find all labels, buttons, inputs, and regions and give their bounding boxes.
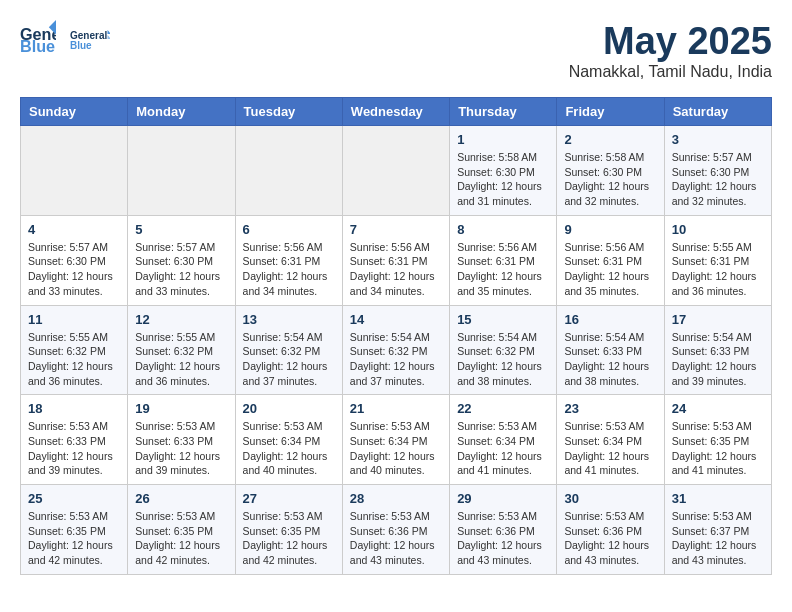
day-number: 28: [350, 491, 442, 506]
calendar-cell: 2Sunrise: 5:58 AM Sunset: 6:30 PM Daylig…: [557, 126, 664, 216]
day-number: 11: [28, 312, 120, 327]
day-info: Sunrise: 5:53 AM Sunset: 6:36 PM Dayligh…: [350, 509, 442, 568]
day-info: Sunrise: 5:53 AM Sunset: 6:35 PM Dayligh…: [672, 419, 764, 478]
calendar-cell: 26Sunrise: 5:53 AM Sunset: 6:35 PM Dayli…: [128, 485, 235, 575]
day-info: Sunrise: 5:54 AM Sunset: 6:32 PM Dayligh…: [243, 330, 335, 389]
day-number: 22: [457, 401, 549, 416]
day-info: Sunrise: 5:53 AM Sunset: 6:34 PM Dayligh…: [457, 419, 549, 478]
day-number: 18: [28, 401, 120, 416]
calendar-cell: 7Sunrise: 5:56 AM Sunset: 6:31 PM Daylig…: [342, 215, 449, 305]
svg-marker-6: [108, 35, 111, 39]
day-info: Sunrise: 5:54 AM Sunset: 6:33 PM Dayligh…: [564, 330, 656, 389]
calendar-cell: 23Sunrise: 5:53 AM Sunset: 6:34 PM Dayli…: [557, 395, 664, 485]
calendar-cell: 21Sunrise: 5:53 AM Sunset: 6:34 PM Dayli…: [342, 395, 449, 485]
week-row-2: 4Sunrise: 5:57 AM Sunset: 6:30 PM Daylig…: [21, 215, 772, 305]
week-row-4: 18Sunrise: 5:53 AM Sunset: 6:33 PM Dayli…: [21, 395, 772, 485]
day-info: Sunrise: 5:53 AM Sunset: 6:35 PM Dayligh…: [243, 509, 335, 568]
calendar-cell: 25Sunrise: 5:53 AM Sunset: 6:35 PM Dayli…: [21, 485, 128, 575]
header-friday: Friday: [557, 98, 664, 126]
header-tuesday: Tuesday: [235, 98, 342, 126]
day-number: 23: [564, 401, 656, 416]
day-number: 13: [243, 312, 335, 327]
calendar-cell: 14Sunrise: 5:54 AM Sunset: 6:32 PM Dayli…: [342, 305, 449, 395]
logo-svg: General Blue: [70, 20, 110, 60]
day-info: Sunrise: 5:55 AM Sunset: 6:31 PM Dayligh…: [672, 240, 764, 299]
day-info: Sunrise: 5:53 AM Sunset: 6:33 PM Dayligh…: [135, 419, 227, 478]
day-info: Sunrise: 5:54 AM Sunset: 6:33 PM Dayligh…: [672, 330, 764, 389]
calendar-table: SundayMondayTuesdayWednesdayThursdayFrid…: [20, 97, 772, 575]
calendar-cell: 27Sunrise: 5:53 AM Sunset: 6:35 PM Dayli…: [235, 485, 342, 575]
header-row: SundayMondayTuesdayWednesdayThursdayFrid…: [21, 98, 772, 126]
day-number: 10: [672, 222, 764, 237]
day-number: 3: [672, 132, 764, 147]
page-header: General Blue General Blue May 2025 Namak…: [20, 20, 772, 81]
calendar-cell: 8Sunrise: 5:56 AM Sunset: 6:31 PM Daylig…: [450, 215, 557, 305]
day-info: Sunrise: 5:54 AM Sunset: 6:32 PM Dayligh…: [350, 330, 442, 389]
header-thursday: Thursday: [450, 98, 557, 126]
day-number: 15: [457, 312, 549, 327]
title-block: May 2025 Namakkal, Tamil Nadu, India: [569, 20, 772, 81]
day-info: Sunrise: 5:56 AM Sunset: 6:31 PM Dayligh…: [457, 240, 549, 299]
day-number: 26: [135, 491, 227, 506]
calendar-title: May 2025: [569, 20, 772, 63]
calendar-cell: 5Sunrise: 5:57 AM Sunset: 6:30 PM Daylig…: [128, 215, 235, 305]
calendar-cell: 28Sunrise: 5:53 AM Sunset: 6:36 PM Dayli…: [342, 485, 449, 575]
day-number: 27: [243, 491, 335, 506]
calendar-cell: 12Sunrise: 5:55 AM Sunset: 6:32 PM Dayli…: [128, 305, 235, 395]
day-number: 31: [672, 491, 764, 506]
day-info: Sunrise: 5:53 AM Sunset: 6:36 PM Dayligh…: [564, 509, 656, 568]
day-number: 5: [135, 222, 227, 237]
day-number: 4: [28, 222, 120, 237]
calendar-cell: [128, 126, 235, 216]
calendar-cell: 18Sunrise: 5:53 AM Sunset: 6:33 PM Dayli…: [21, 395, 128, 485]
day-number: 14: [350, 312, 442, 327]
calendar-cell: 20Sunrise: 5:53 AM Sunset: 6:34 PM Dayli…: [235, 395, 342, 485]
day-info: Sunrise: 5:58 AM Sunset: 6:30 PM Dayligh…: [457, 150, 549, 209]
header-monday: Monday: [128, 98, 235, 126]
calendar-subtitle: Namakkal, Tamil Nadu, India: [569, 63, 772, 81]
day-number: 21: [350, 401, 442, 416]
day-number: 17: [672, 312, 764, 327]
calendar-cell: 9Sunrise: 5:56 AM Sunset: 6:31 PM Daylig…: [557, 215, 664, 305]
header-wednesday: Wednesday: [342, 98, 449, 126]
calendar-cell: 19Sunrise: 5:53 AM Sunset: 6:33 PM Dayli…: [128, 395, 235, 485]
day-info: Sunrise: 5:53 AM Sunset: 6:34 PM Dayligh…: [243, 419, 335, 478]
calendar-cell: 17Sunrise: 5:54 AM Sunset: 6:33 PM Dayli…: [664, 305, 771, 395]
calendar-cell: 3Sunrise: 5:57 AM Sunset: 6:30 PM Daylig…: [664, 126, 771, 216]
day-number: 12: [135, 312, 227, 327]
day-number: 29: [457, 491, 549, 506]
day-info: Sunrise: 5:53 AM Sunset: 6:34 PM Dayligh…: [564, 419, 656, 478]
calendar-cell: 11Sunrise: 5:55 AM Sunset: 6:32 PM Dayli…: [21, 305, 128, 395]
day-info: Sunrise: 5:55 AM Sunset: 6:32 PM Dayligh…: [28, 330, 120, 389]
calendar-cell: 4Sunrise: 5:57 AM Sunset: 6:30 PM Daylig…: [21, 215, 128, 305]
day-info: Sunrise: 5:53 AM Sunset: 6:36 PM Dayligh…: [457, 509, 549, 568]
day-number: 7: [350, 222, 442, 237]
calendar-cell: [235, 126, 342, 216]
day-info: Sunrise: 5:53 AM Sunset: 6:34 PM Dayligh…: [350, 419, 442, 478]
calendar-cell: 16Sunrise: 5:54 AM Sunset: 6:33 PM Dayli…: [557, 305, 664, 395]
day-number: 25: [28, 491, 120, 506]
day-info: Sunrise: 5:56 AM Sunset: 6:31 PM Dayligh…: [243, 240, 335, 299]
week-row-3: 11Sunrise: 5:55 AM Sunset: 6:32 PM Dayli…: [21, 305, 772, 395]
day-number: 20: [243, 401, 335, 416]
day-number: 30: [564, 491, 656, 506]
day-info: Sunrise: 5:57 AM Sunset: 6:30 PM Dayligh…: [28, 240, 120, 299]
calendar-cell: 10Sunrise: 5:55 AM Sunset: 6:31 PM Dayli…: [664, 215, 771, 305]
day-info: Sunrise: 5:54 AM Sunset: 6:32 PM Dayligh…: [457, 330, 549, 389]
logo: General Blue: [20, 20, 60, 56]
day-info: Sunrise: 5:57 AM Sunset: 6:30 PM Dayligh…: [135, 240, 227, 299]
calendar-cell: [342, 126, 449, 216]
day-info: Sunrise: 5:53 AM Sunset: 6:33 PM Dayligh…: [28, 419, 120, 478]
calendar-cell: [21, 126, 128, 216]
calendar-cell: 13Sunrise: 5:54 AM Sunset: 6:32 PM Dayli…: [235, 305, 342, 395]
day-number: 8: [457, 222, 549, 237]
day-number: 6: [243, 222, 335, 237]
day-info: Sunrise: 5:55 AM Sunset: 6:32 PM Dayligh…: [135, 330, 227, 389]
calendar-cell: 6Sunrise: 5:56 AM Sunset: 6:31 PM Daylig…: [235, 215, 342, 305]
svg-text:General: General: [70, 30, 107, 41]
svg-marker-5: [108, 30, 111, 34]
logo-icon: General Blue: [20, 20, 56, 56]
day-info: Sunrise: 5:57 AM Sunset: 6:30 PM Dayligh…: [672, 150, 764, 209]
header-sunday: Sunday: [21, 98, 128, 126]
svg-text:Blue: Blue: [20, 37, 55, 55]
